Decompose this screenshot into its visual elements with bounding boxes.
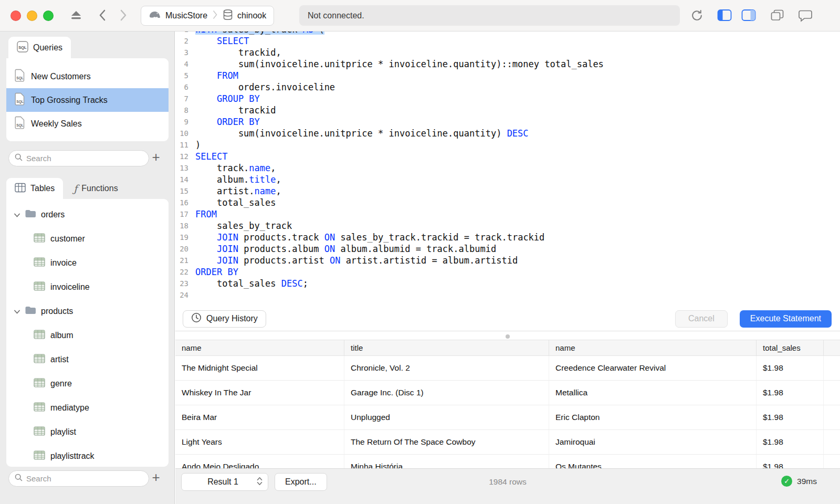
table-cell[interactable]: The Return Of The Space Cowboy xyxy=(344,430,549,454)
splitter-handle[interactable] xyxy=(506,334,510,339)
table-cell[interactable]: Eric Clapton xyxy=(549,405,757,429)
connection-status[interactable]: Not connected. xyxy=(299,5,680,26)
table-cell[interactable]: Unplugged xyxy=(344,405,549,429)
code-line[interactable]: 24 xyxy=(175,289,840,301)
code-line[interactable]: 5 FROM xyxy=(175,70,840,81)
code-line[interactable]: 1WITH sales_by_track AS ( xyxy=(175,32,840,35)
code-line[interactable]: 14 album.title, xyxy=(175,174,840,185)
table-cell[interactable]: Creedence Clearwater Revival xyxy=(549,356,757,380)
table-row[interactable]: Beira MarUnpluggedEric Clapton$1.98 xyxy=(175,405,840,430)
eject-icon[interactable] xyxy=(70,9,82,22)
code-line[interactable]: 21 JOIN products.artist ON artist.artist… xyxy=(175,255,840,266)
close-button[interactable] xyxy=(10,10,21,21)
code-line[interactable]: 22ORDER BY xyxy=(175,266,840,278)
table-icon xyxy=(34,402,45,414)
code-line[interactable]: 2 SELECT xyxy=(175,35,840,47)
execute-statement-button[interactable]: Execute Statement xyxy=(740,310,832,328)
table-cell[interactable]: Jamiroquai xyxy=(549,430,757,454)
query-list-item[interactable]: SQL Top Grossing Tracks xyxy=(6,88,169,112)
query-search-input[interactable] xyxy=(26,154,143,163)
table-row[interactable]: The Midnight SpecialChronicle, Vol. 2Cre… xyxy=(175,356,840,381)
table-cell[interactable]: Minha História xyxy=(344,455,549,468)
code-line[interactable]: 3 trackid, xyxy=(175,47,840,58)
code-line[interactable]: 13 track.name, xyxy=(175,162,840,174)
back-icon[interactable] xyxy=(99,9,106,22)
code-line[interactable]: 4 sum(invoiceline.unitprice * invoicelin… xyxy=(175,58,840,70)
tree-table-row[interactable]: mediatype xyxy=(6,396,169,420)
tree-table-row[interactable]: playlisttrack xyxy=(6,444,169,467)
table-cell[interactable]: Chronicle, Vol. 2 xyxy=(344,356,549,380)
sql-badge-icon: SQL xyxy=(17,41,28,55)
windows-icon[interactable] xyxy=(771,9,784,22)
sql-editor[interactable]: 1WITH sales_by_track AS (2 SELECT3 track… xyxy=(175,32,840,307)
table-cell[interactable]: $1.98 xyxy=(757,381,824,405)
breadcrumb-server[interactable]: MusicStore xyxy=(149,8,207,23)
code-line[interactable]: 8 trackid xyxy=(175,104,840,116)
table-row[interactable]: Light YearsThe Return Of The Space Cowbo… xyxy=(175,430,840,455)
table-cell[interactable]: $1.98 xyxy=(757,455,824,468)
sidebar: SQL Queries SQL New Customers SQL Top Gr… xyxy=(0,32,175,504)
add-table-button[interactable]: + xyxy=(149,469,163,486)
code-line[interactable]: 12SELECT xyxy=(175,151,840,162)
table-row[interactable]: Whiskey In The JarGarage Inc. (Disc 1)Me… xyxy=(175,381,840,405)
forward-icon[interactable] xyxy=(120,9,127,22)
code-line[interactable]: 10 sum(invoiceline.unitprice * invoiceli… xyxy=(175,128,840,139)
tree-folder-row[interactable]: products xyxy=(6,299,169,323)
query-history-button[interactable]: Query History xyxy=(183,310,266,328)
column-header[interactable]: name xyxy=(549,340,757,355)
code-line[interactable]: 18 sales_by_track xyxy=(175,220,840,232)
chevron-down-icon[interactable] xyxy=(14,210,20,219)
table-cell[interactable]: $1.98 xyxy=(757,405,824,429)
column-header[interactable]: total_sales xyxy=(757,340,824,355)
table-cell[interactable]: Os Mutantes xyxy=(549,455,757,468)
code-line[interactable]: 15 artist.name, xyxy=(175,185,840,197)
code-line[interactable]: 17FROM xyxy=(175,208,840,220)
code-line[interactable]: 16 total_sales xyxy=(175,197,840,208)
chevron-down-icon[interactable] xyxy=(14,307,20,316)
tab-queries[interactable]: SQL Queries xyxy=(8,37,71,58)
code-line[interactable]: 19 JOIN products.track ON sales_by_track… xyxy=(175,232,840,243)
table-cell[interactable]: $1.98 xyxy=(757,356,824,380)
code-line[interactable]: 23 total_sales DESC; xyxy=(175,278,840,289)
code-line[interactable]: 11) xyxy=(175,139,840,151)
zoom-button[interactable] xyxy=(43,10,54,21)
table-cell[interactable]: Metallica xyxy=(549,381,757,405)
table-cell[interactable]: Light Years xyxy=(175,430,344,454)
tree-table-row[interactable]: genre xyxy=(6,372,169,396)
refresh-icon[interactable] xyxy=(690,9,704,22)
tree-table-row[interactable]: artist xyxy=(6,348,169,372)
query-list-item[interactable]: SQL New Customers xyxy=(6,65,169,88)
table-cell[interactable]: Beira Mar xyxy=(175,405,344,429)
minimize-button[interactable] xyxy=(27,10,37,21)
tab-tables[interactable]: Tables xyxy=(6,178,63,199)
query-list-item[interactable]: SQL Weekly Sales xyxy=(6,112,169,135)
breadcrumb-database[interactable]: chinook xyxy=(223,9,266,23)
tables-search[interactable] xyxy=(8,470,149,487)
feedback-bubble-icon[interactable] xyxy=(798,9,813,22)
toggle-left-sidebar-icon[interactable] xyxy=(717,9,732,22)
code-line[interactable]: 9 ORDER BY xyxy=(175,116,840,128)
query-search[interactable] xyxy=(8,150,149,166)
tree-table-row[interactable]: playlist xyxy=(6,420,169,444)
tables-search-input[interactable] xyxy=(26,474,143,483)
tree-table-row[interactable]: invoiceline xyxy=(6,275,169,299)
code-line[interactable]: 7 GROUP BY xyxy=(175,93,840,104)
add-query-button[interactable]: + xyxy=(149,149,163,165)
table-row[interactable]: Ando Meio DesligadoMinha HistóriaOs Muta… xyxy=(175,455,840,468)
table-cell[interactable]: Whiskey In The Jar xyxy=(175,381,344,405)
tab-functions[interactable]: ƒ Functions xyxy=(63,178,128,199)
table-cell[interactable]: $1.98 xyxy=(757,430,824,454)
tree-folder-row[interactable]: orders xyxy=(6,203,169,227)
column-header[interactable]: name xyxy=(175,340,344,355)
column-header[interactable]: title xyxy=(344,340,549,355)
cancel-button[interactable]: Cancel xyxy=(675,310,728,328)
tree-table-row[interactable]: album xyxy=(6,323,169,348)
toggle-right-panel-icon[interactable] xyxy=(741,9,756,22)
code-line[interactable]: 6 orders.invoiceline xyxy=(175,81,840,93)
tree-table-row[interactable]: customer xyxy=(6,227,169,251)
code-line[interactable]: 20 JOIN products.album ON album.albumid … xyxy=(175,243,840,255)
tree-table-row[interactable]: invoice xyxy=(6,251,169,275)
table-cell[interactable]: The Midnight Special xyxy=(175,356,344,380)
table-cell[interactable]: Garage Inc. (Disc 1) xyxy=(344,381,549,405)
table-cell[interactable]: Ando Meio Desligado xyxy=(175,455,344,468)
